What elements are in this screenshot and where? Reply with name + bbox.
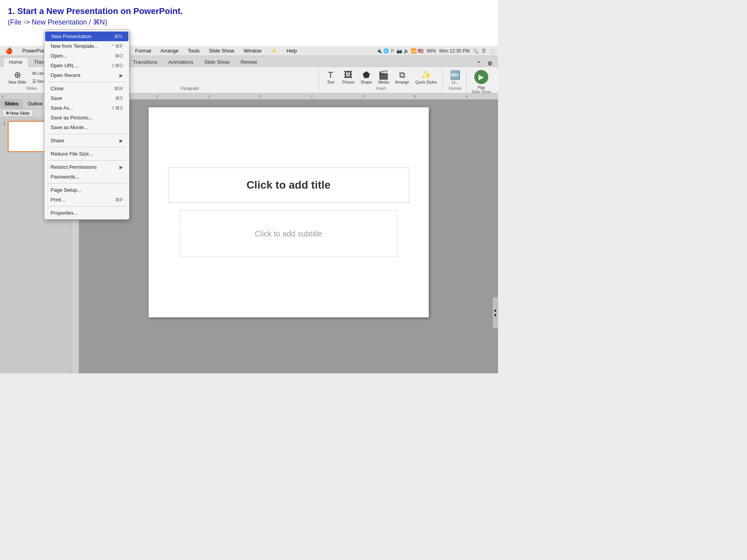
separator-5	[47, 183, 126, 184]
menu-new-presentation[interactable]: New Presentation ⌘N	[45, 32, 128, 41]
help-menu[interactable]: ⚡	[268, 47, 279, 54]
menu-restrict-permissions[interactable]: Restrict Permissions ▶	[44, 162, 129, 172]
menu-print-label: Print...	[51, 197, 65, 203]
status-icons: 🔌 🌐 🏳 📷 🔈 📶 🇺🇸	[376, 48, 424, 54]
tab-transitions[interactable]: Transitions	[128, 58, 163, 66]
new-slide-sidebar-btn[interactable]: ⊕ New Slide	[2, 109, 33, 117]
shape-btn[interactable]: ⬟ Shape	[358, 70, 374, 86]
text-btn[interactable]: T Text	[323, 70, 338, 86]
arrange-menu[interactable]: Arrange	[158, 47, 181, 54]
window-menu[interactable]: Window	[241, 47, 264, 54]
menu-properties[interactable]: Properties...	[44, 208, 129, 218]
menu-open-recent[interactable]: Open Recent ▶	[44, 70, 129, 80]
ribbon-settings-btn[interactable]: ⚙	[485, 60, 495, 66]
menu-page-setup[interactable]: Page Setup...	[44, 185, 129, 195]
separator-6	[47, 206, 126, 206]
scroll-up[interactable]: ▲	[493, 308, 497, 312]
menu-save-movie[interactable]: Save as Movie...	[44, 122, 129, 132]
tab-home[interactable]: Home	[3, 57, 28, 67]
menu-reduce-size[interactable]: Reduce File Size...	[44, 149, 129, 159]
format-lt-btn[interactable]: 🔤 Lt...	[447, 70, 463, 86]
media-label: Media	[378, 80, 389, 84]
menu-close-shortcut: ⌘W	[114, 86, 123, 91]
separator-3	[47, 147, 126, 147]
menu-restrict-permissions-label: Restrict Permissions	[51, 164, 96, 170]
slide-subtitle-placeholder[interactable]: Click to add subtitle	[180, 210, 398, 257]
menu-save-as-shortcut: ⇧⌘S	[111, 105, 123, 111]
new-slide-sidebar-label: New Slide	[10, 111, 30, 116]
tools-menu[interactable]: Tools	[186, 47, 202, 54]
section-icon: ☰	[32, 79, 36, 84]
slideshow-menu[interactable]: Slide Show	[207, 47, 237, 54]
insert-buttons: T Text 🖼 Picture ⬟ Shape 🎬 Media ⧉ A	[323, 68, 439, 86]
scroll-down[interactable]: ▼	[493, 313, 497, 317]
quick-styles-btn[interactable]: ✨ Quick Styles	[413, 70, 439, 86]
menu-new-from-template[interactable]: New from Template... ⌃⌘P	[44, 41, 129, 51]
menu-open[interactable]: Open... ⌘O	[44, 51, 129, 61]
shape-label: Shape	[361, 80, 372, 84]
help-menu-text[interactable]: Help	[284, 47, 299, 54]
slide-canvas-area: Click to add title Click to add subtitle…	[79, 100, 498, 373]
open-recent-arrow: ▶	[119, 73, 123, 78]
media-btn[interactable]: 🎬 Media	[376, 70, 391, 86]
slide-title-placeholder[interactable]: Click to add title	[168, 168, 409, 203]
search-icon[interactable]: 🔍	[473, 48, 479, 54]
menu-properties-label: Properties...	[51, 210, 78, 216]
quick-styles-icon: ✨	[421, 71, 431, 79]
new-slide-label: New Slide	[9, 80, 26, 84]
tab-review[interactable]: Review	[235, 58, 263, 66]
menu-save-as[interactable]: Save As... ⇧⌘S	[44, 103, 129, 113]
menu-save-pictures[interactable]: Save as Pictures...	[44, 113, 129, 122]
battery-display: 66%	[427, 48, 436, 54]
separator-2	[47, 134, 126, 134]
menu-close[interactable]: Close ⌘W	[44, 84, 129, 93]
menu-print[interactable]: Print... ⌘P	[44, 195, 129, 205]
play-label: Play	[477, 86, 485, 90]
menu-share[interactable]: Share ▶	[44, 136, 129, 145]
slide-handle-dots: •••	[286, 321, 291, 326]
layout-icon: ⊞	[32, 71, 36, 76]
slide-number-1: 1	[3, 121, 5, 126]
tab-animations[interactable]: Animations	[163, 58, 199, 66]
menu-open-url[interactable]: Open URL... ⇧⌘O	[44, 61, 129, 70]
menu-save-label: Save	[51, 95, 62, 101]
ribbon-group-insert: T Text 🖼 Picture ⬟ Shape 🎬 Media ⧉ A	[320, 68, 443, 92]
menu-new-presentation-label: New Presentation	[51, 33, 91, 39]
menu-open-shortcut: ⌘O	[115, 53, 123, 59]
ribbon-collapse-btn[interactable]: ⌃	[474, 60, 484, 66]
menu-save-as-label: Save As...	[51, 105, 74, 111]
sidebar-tab-slides[interactable]: Slides	[0, 100, 23, 108]
share-arrow: ▶	[119, 138, 123, 144]
menu-open-recent-label: Open Recent	[51, 72, 81, 78]
menu-save-shortcut: ⌘S	[115, 96, 123, 101]
list-icon[interactable]: ☰	[482, 48, 486, 54]
instruction-area: 1. Start a New Presentation on PowerPoin…	[0, 0, 498, 26]
file-dropdown-overlay: New Presentation ⌘N New from Template...…	[44, 30, 130, 220]
format-menu[interactable]: Format	[133, 47, 153, 54]
app-window: 1. Start a New Presentation on PowerPoin…	[0, 0, 498, 373]
quick-styles-label: Quick Styles	[415, 80, 437, 84]
play-btn[interactable]: ▶	[474, 70, 488, 84]
menu-passwords[interactable]: Passwords...	[44, 172, 129, 182]
picture-btn[interactable]: 🖼 Picture	[340, 70, 357, 86]
ribbon-tab-right: ⌃ ⚙	[474, 60, 495, 66]
slide-canvas: Click to add title Click to add subtitle	[149, 107, 429, 317]
new-slide-btn[interactable]: ⊕ New Slide	[6, 70, 28, 86]
menu-print-shortcut: ⌘P	[115, 197, 123, 203]
menu-page-setup-label: Page Setup...	[51, 187, 81, 193]
separator-1	[47, 82, 126, 82]
scroll-indicator[interactable]: ▲ ▼	[493, 297, 498, 328]
apple-menu[interactable]: 🍎	[3, 47, 15, 55]
menu-save-movie-label: Save as Movie...	[51, 124, 88, 130]
tab-slideshow[interactable]: Slide Show	[199, 58, 235, 66]
insert-group-label: Insert	[376, 86, 386, 91]
picture-icon: 🖼	[344, 71, 352, 79]
format-lt-icon: 🔤	[450, 71, 460, 79]
slideshow-buttons: ▶ Play	[473, 68, 490, 90]
menu-save[interactable]: Save ⌘S	[44, 93, 129, 103]
menu-bar-right: 🔌 🌐 🏳 📷 🔈 📶 🇺🇸 66% Mon 12:30 PM 🔍 ☰ ⬜	[376, 48, 495, 54]
menu-passwords-label: Passwords...	[51, 174, 79, 180]
fullscreen-icon[interactable]: ⬜	[489, 48, 495, 54]
arrange-btn[interactable]: ⧉ Arrange	[393, 70, 412, 86]
menu-new-from-template-shortcut: ⌃⌘P	[111, 44, 123, 49]
